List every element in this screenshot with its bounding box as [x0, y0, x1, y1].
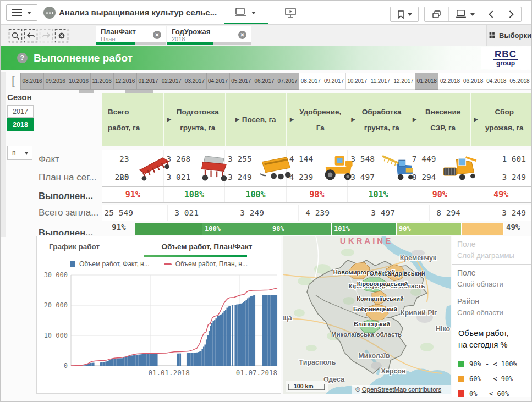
clear-selections-button[interactable]: [54, 29, 69, 43]
fact-bar[interactable]: [221, 315, 222, 366]
fact-bar[interactable]: [111, 359, 112, 366]
fact-bar[interactable]: [217, 316, 218, 366]
column-header-6[interactable]: ▶Внесение СЗР, га: [409, 93, 470, 146]
layer-item-1[interactable]: ПолеСлой диаграммы: [452, 236, 532, 265]
chevron-down-icon[interactable]: [251, 12, 256, 14]
fact-value[interactable]: 1 601: [470, 150, 531, 168]
app-dots-icon[interactable]: [43, 7, 56, 19]
fact-bar[interactable]: [91, 363, 93, 366]
fact-bar[interactable]: [156, 354, 158, 366]
tab-work-schedule[interactable]: График работ: [37, 236, 133, 257]
fact-bar[interactable]: [148, 354, 150, 366]
fact-bar[interactable]: [131, 355, 133, 366]
chip-clear-icon[interactable]: ✕: [238, 31, 246, 39]
month-cell-02.2017[interactable]: 02.2017: [160, 73, 183, 90]
fact-bar[interactable]: [245, 300, 247, 366]
fact-bar[interactable]: [192, 353, 194, 366]
layer-item-3[interactable]: РайонСлой области: [452, 293, 532, 321]
chart-canvas[interactable]: 010 00020 00030 00001.01.201801.07.2018: [37, 271, 281, 392]
fact-bar[interactable]: [262, 295, 264, 366]
done-pct-col6[interactable]: 90%: [409, 187, 470, 202]
fact-bar[interactable]: [236, 305, 238, 366]
fact-bar[interactable]: [146, 354, 148, 366]
combo-chart[interactable]: 010 00020 00030 00001.01.201801.07.2018: [37, 271, 281, 394]
fact-bar[interactable]: [149, 354, 151, 366]
fact-bar[interactable]: [251, 296, 253, 366]
fact-bar[interactable]: [229, 306, 231, 366]
value-cell-col5[interactable]: 3 5483 497: [347, 150, 409, 186]
done-pct-col2[interactable]: 108%: [163, 187, 225, 202]
planned-total-col2[interactable]: 3 021: [167, 205, 233, 221]
fact-bar[interactable]: [211, 323, 213, 366]
fact-bar[interactable]: [104, 362, 106, 366]
fact-bar[interactable]: [222, 313, 224, 366]
map-canvas[interactable]: UKRAINEКременчукКривий РігНікоМиколаївТи…: [283, 236, 451, 394]
fact-bar[interactable]: [151, 354, 152, 366]
planned-total-col6[interactable]: 8 294: [429, 205, 495, 221]
fact-bar[interactable]: [242, 303, 243, 366]
regions-map[interactable]: UKRAINEКременчукКривий РігНікоМиколаївТи…: [283, 236, 451, 394]
fact-bar[interactable]: [179, 354, 181, 366]
fact-bar[interactable]: [265, 295, 266, 366]
fact-bar[interactable]: [273, 295, 275, 366]
fact-bar[interactable]: [118, 358, 119, 366]
month-cell-08.2016[interactable]: 08.2016: [20, 73, 44, 90]
column-header-1[interactable]: Всего работ, га: [102, 93, 163, 146]
month-cell-02.2018[interactable]: 02.2018: [438, 73, 462, 90]
fact-bar[interactable]: [89, 364, 90, 366]
fact-bar[interactable]: [152, 354, 153, 366]
step-back-button[interactable]: [24, 29, 38, 43]
fact-bar[interactable]: [101, 362, 103, 366]
fact-bar[interactable]: [153, 354, 155, 366]
fact-bar[interactable]: [145, 354, 147, 366]
fact-bar[interactable]: [200, 351, 202, 366]
fact-bar[interactable]: [254, 295, 255, 366]
fact-bar[interactable]: [189, 353, 191, 366]
planned-total-col1[interactable]: 25 549: [102, 205, 167, 221]
fact-bar[interactable]: [187, 353, 188, 366]
sheet-view-button[interactable]: [234, 8, 247, 18]
fact-bar[interactable]: [232, 305, 233, 366]
fact-bar[interactable]: [243, 302, 244, 366]
fact-bar[interactable]: [93, 363, 95, 366]
fact-bar[interactable]: [267, 295, 269, 366]
fact-bar[interactable]: [220, 315, 221, 366]
fact-bar[interactable]: [85, 365, 86, 366]
fact-bar[interactable]: [266, 295, 268, 366]
fact-bar[interactable]: [269, 295, 271, 366]
duplicate-button[interactable]: [425, 7, 448, 21]
fact-bar[interactable]: [209, 331, 210, 366]
fact-bar[interactable]: [247, 299, 249, 366]
fact-bar[interactable]: [188, 353, 189, 366]
bookmarks-button[interactable]: [390, 7, 419, 22]
fact-bar[interactable]: [198, 352, 199, 366]
fact-bar[interactable]: [237, 304, 239, 366]
chip-clear-icon[interactable]: ✕: [153, 31, 161, 39]
fact-bar[interactable]: [129, 356, 130, 366]
value-cell-col4[interactable]: 4 1444 239: [286, 150, 348, 186]
fact-bar[interactable]: [178, 354, 180, 366]
fact-bar[interactable]: [112, 359, 114, 366]
fact-bar[interactable]: [226, 308, 228, 366]
month-cell-09.2017[interactable]: 09.2017: [322, 73, 345, 90]
fact-bar[interactable]: [206, 339, 207, 366]
fact-bar[interactable]: [190, 353, 192, 366]
month-cell-11.2017[interactable]: 11.2017: [369, 73, 392, 90]
fact-bar[interactable]: [204, 345, 206, 366]
fact-bar[interactable]: [100, 362, 101, 366]
column-header-5[interactable]: ▶Обработка грунта, га: [348, 93, 409, 146]
column-header-3[interactable]: ▶Посев, га: [225, 93, 287, 146]
global-menu-button[interactable]: [6, 4, 37, 21]
fact-bar[interactable]: [253, 295, 254, 366]
month-cell-06.2017[interactable]: 06.2017: [253, 73, 276, 90]
plan-value[interactable]: 3 249: [470, 168, 531, 186]
fact-bar[interactable]: [115, 359, 117, 366]
step-forward-button[interactable]: [39, 29, 53, 43]
fact-bar[interactable]: [228, 306, 229, 366]
fact-bar[interactable]: [223, 311, 225, 366]
month-cell-05.2018[interactable]: 05.2018: [508, 73, 531, 90]
filter-chip-ГодУрожая[interactable]: ГодУрожая2018✕: [167, 26, 251, 45]
column-header-4[interactable]: ▶Удобрение, Га: [286, 93, 348, 146]
fact-bar[interactable]: [134, 355, 136, 366]
month-cell-07.2017[interactable]: 07.2017: [276, 73, 299, 90]
